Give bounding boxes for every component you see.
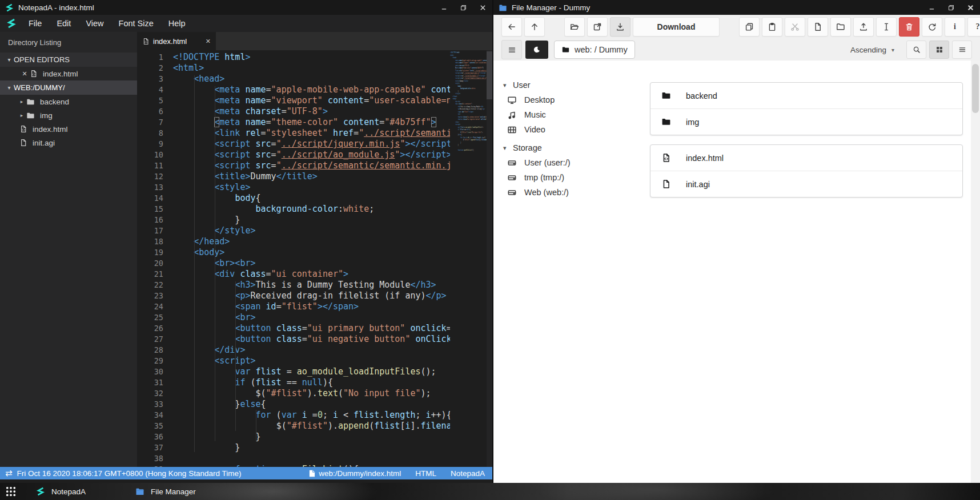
menu-view[interactable]: View [78, 19, 111, 28]
code-line-10[interactable]: 10 <script src="../script/ao_module.js">… [137, 150, 450, 160]
new-folder-button[interactable] [830, 17, 851, 37]
help-button[interactable]: ? [967, 17, 980, 37]
download-button[interactable]: Download [633, 17, 720, 37]
code-line-16[interactable]: 16 } [137, 215, 450, 225]
open-button[interactable] [564, 17, 585, 37]
code-line-2[interactable]: 2<html> [137, 63, 450, 74]
sidebar-item-user-user[interactable]: User (user:/) [493, 155, 636, 170]
maximize-button[interactable] [941, 0, 961, 15]
delete-button[interactable] [899, 17, 919, 37]
close-button[interactable] [961, 0, 980, 15]
upload-button[interactable] [853, 17, 874, 37]
editor-scrollbar-thumb[interactable] [487, 51, 492, 99]
code-line-26[interactable]: 26 <button class="ui primary button" onc… [137, 323, 450, 334]
hamburger-menu-button[interactable] [501, 40, 522, 59]
info-button[interactable]: i [945, 17, 965, 37]
code-line-27[interactable]: 27 <button class="ui negative button" on… [137, 334, 450, 345]
statusbar-appname[interactable]: NotepadA [451, 469, 485, 478]
code-line-18[interactable]: 18 </head> [137, 236, 450, 247]
code-line-32[interactable]: 32 $("#flist").text("No input file"); [137, 388, 450, 399]
code-line-29[interactable]: 29 <script> [137, 356, 450, 366]
file-row-init-agi[interactable]: init.agi [650, 171, 962, 197]
code-line-3[interactable]: 3 <head> [137, 74, 450, 84]
code-line-21[interactable]: 21 <div class="ui container"> [137, 269, 450, 280]
code-editor[interactable]: 1<!DOCTYPE html>2<html>3 <head>4 <meta n… [137, 50, 492, 479]
menu-edit[interactable]: Edit [49, 19, 78, 28]
back-button[interactable] [501, 17, 522, 37]
tree-item-img[interactable]: ▸img [0, 108, 137, 122]
maximize-button[interactable] [453, 0, 473, 15]
code-line-23[interactable]: 23 <p>Received drag-in filelist (if any)… [137, 291, 450, 301]
code-line-11[interactable]: 11 <script src="../script/semantic/seman… [137, 160, 450, 171]
cut-button[interactable] [785, 17, 805, 37]
code-line-8[interactable]: 8 <link rel="stylesheet" href="../script… [137, 128, 450, 139]
tree-item-index-html[interactable]: index.html [0, 122, 137, 136]
sidebar-item-web-web[interactable]: Web (web:/) [493, 185, 636, 200]
code-line-12[interactable]: 12 <title>Dummy</title> [137, 171, 450, 182]
menu-font-size[interactable]: Font Size [111, 19, 161, 28]
statusbar-file[interactable]: web:/Dummy/index.html [309, 469, 401, 478]
refresh-button[interactable] [922, 17, 942, 37]
code-line-24[interactable]: 24 <span id="flist"></span> [137, 301, 450, 312]
code-line-7[interactable]: 7 <meta name="theme-color" content="#4b7… [137, 117, 450, 128]
download-icon-button[interactable] [610, 17, 630, 37]
tree-section-open-editors[interactable]: ▾OPEN EDITORS [0, 53, 137, 67]
rename-button[interactable] [876, 17, 897, 37]
code-line-1[interactable]: 1<!DOCTYPE html> [137, 52, 450, 63]
code-line-22[interactable]: 22 <h3>This is a Dummy Testing Module</h… [137, 280, 450, 291]
grid-view-button[interactable] [929, 41, 949, 59]
code-line-6[interactable]: 6 <meta charset="UTF-8"> [137, 106, 450, 117]
code-line-37[interactable]: 37 } [137, 442, 450, 453]
code-line-20[interactable]: 20 <br><br> [137, 258, 450, 269]
file-manager-scrollbar[interactable] [971, 61, 980, 483]
statusbar-language[interactable]: HTML [415, 469, 436, 478]
app-launcher-icon[interactable] [5, 486, 17, 497]
sidebar-item-desktop[interactable]: Desktop [493, 92, 636, 107]
close-button[interactable] [473, 0, 492, 15]
tab-close-icon[interactable]: ✕ [206, 38, 211, 45]
code-line-36[interactable]: 36 } [137, 432, 450, 442]
file-manager-titlebar[interactable]: File Manager - Dummy [493, 0, 980, 15]
notepada-titlebar[interactable]: NotepadA - index.html [0, 0, 492, 15]
code-line-13[interactable]: 13 <style> [137, 182, 450, 193]
copy-button[interactable] [739, 17, 760, 37]
tree-item-index-html[interactable]: ✕index.html [0, 67, 137, 80]
editor-scrollbar[interactable] [487, 50, 492, 479]
minimap[interactable]: <!DOCTYPE html><html> <head> <meta name=… [450, 51, 487, 474]
code-line-15[interactable]: 15 background-color:white; [137, 204, 450, 215]
code-line-28[interactable]: 28 </div> [137, 345, 450, 356]
code-line-19[interactable]: 19 <body> [137, 247, 450, 258]
code-line-17[interactable]: 17 </style> [137, 225, 450, 236]
sidebar-item-music[interactable]: Music [493, 107, 636, 122]
minimize-button[interactable] [434, 0, 453, 15]
search-button[interactable] [906, 41, 926, 59]
code-line-25[interactable]: 25 <br> [137, 312, 450, 323]
sidebar-item-tmp-tmp[interactable]: tmp (tmp:/) [493, 170, 636, 185]
tree-item-init-agi[interactable]: init.agi [0, 136, 137, 150]
taskbar-item-notepada[interactable]: NotepadA [29, 483, 93, 500]
paste-button[interactable] [762, 17, 782, 37]
file-row-index-html[interactable]: index.html [650, 145, 962, 171]
code-line-38[interactable]: 38 [137, 453, 450, 464]
sidebar-section-user[interactable]: ▾User [493, 78, 636, 92]
breadcrumb[interactable]: web: / Dummy [554, 41, 635, 59]
sort-dropdown[interactable]: Ascending ▾ [850, 46, 894, 54]
menu-help[interactable]: Help [161, 19, 193, 28]
sidebar-section-storage[interactable]: ▾Storage [493, 140, 636, 155]
close-icon[interactable]: ✕ [19, 70, 30, 78]
code-line-4[interactable]: 4 <meta name="apple-mobile-web-app-capab… [137, 84, 450, 95]
new-file-button[interactable] [808, 17, 828, 37]
dark-mode-button[interactable] [525, 41, 548, 59]
code-line-31[interactable]: 31 if (flist == null){ [137, 377, 450, 388]
up-button[interactable] [524, 17, 545, 37]
open-in-new-button[interactable] [587, 17, 608, 37]
code-line-14[interactable]: 14 body{ [137, 193, 450, 204]
file-row-img[interactable]: img [650, 108, 962, 135]
menu-file[interactable]: File [21, 19, 49, 28]
list-view-button[interactable] [952, 41, 972, 59]
file-manager-scrollbar-thumb[interactable] [972, 64, 979, 113]
code-line-9[interactable]: 9 <script src="../script/jquery.min.js">… [137, 139, 450, 150]
tree-section-web-dummy[interactable]: ▾WEB:/DUMMY/ [0, 80, 137, 95]
tree-item-backend[interactable]: ▸backend [0, 95, 137, 108]
minimize-button[interactable] [922, 0, 941, 15]
